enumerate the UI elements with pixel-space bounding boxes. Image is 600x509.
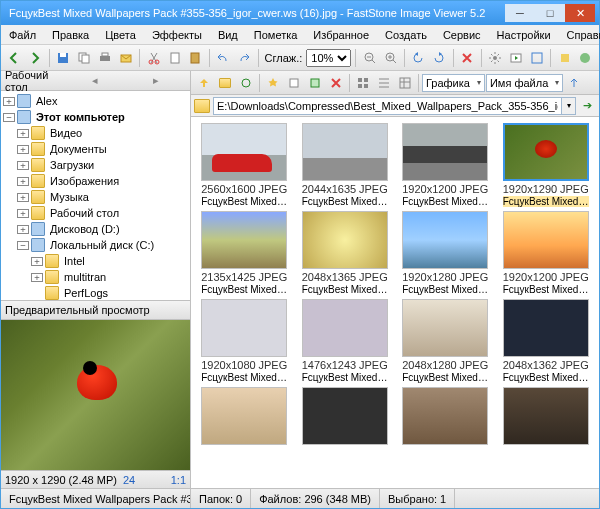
menu-effects[interactable]: Эффекты	[146, 27, 208, 43]
slideshow-icon[interactable]	[506, 48, 525, 68]
email-icon[interactable]	[116, 48, 135, 68]
undo-icon[interactable]	[214, 48, 233, 68]
save-icon[interactable]	[54, 48, 73, 68]
rotate-left-icon[interactable]	[409, 48, 428, 68]
view-thumbs-icon[interactable]	[353, 73, 373, 93]
menu-create[interactable]: Создать	[379, 27, 433, 43]
tree-video[interactable]: Видео	[48, 127, 84, 139]
menu-service[interactable]: Сервис	[437, 27, 487, 43]
tree-images[interactable]: Изображения	[48, 175, 121, 187]
folder-tree[interactable]: +Alex −Этот компьютер +Видео +Документы …	[1, 91, 190, 300]
settings-icon[interactable]	[555, 48, 574, 68]
thumb-item[interactable]: 2048x1365JPEGFcцукBest Mixed Wa...	[296, 211, 395, 295]
menu-favorites[interactable]: Избранное	[307, 27, 375, 43]
skin-icon[interactable]	[576, 48, 595, 68]
zoom-select[interactable]: 10%	[306, 49, 351, 67]
thumb-item[interactable]: 1920x1080JPEGFcцукBest Mixed Wa...	[195, 299, 294, 383]
fullscreen-icon[interactable]	[527, 48, 546, 68]
copy2-icon[interactable]	[284, 73, 304, 93]
svg-rect-5	[102, 53, 108, 56]
tree-dvd[interactable]: Дисковод (D:)	[48, 223, 122, 235]
thumb-item[interactable]: 2048x1362JPEGFcцукBest Mixed Wa...	[497, 299, 596, 383]
thumb-item[interactable]	[296, 387, 395, 445]
sort-type-select[interactable]: Графика	[422, 74, 485, 92]
delete-icon[interactable]	[458, 48, 477, 68]
tree-header[interactable]: Рабочий стол◂▸	[1, 71, 190, 91]
path-go-icon[interactable]: ➔	[578, 97, 596, 115]
thumb-item[interactable]: 2048x1280JPEGFcцукBest Mixed Wa...	[396, 299, 495, 383]
menu-colors[interactable]: Цвета	[99, 27, 142, 43]
svg-rect-20	[358, 78, 362, 82]
thumb-item[interactable]: 1920x1200JPEGFcцукBest Mixed Wa...	[396, 123, 495, 207]
thumb-item[interactable]	[396, 387, 495, 445]
tree-perflogs[interactable]: PerfLogs	[62, 287, 110, 299]
thumb-item[interactable]: 1920x1200JPEGFcцукBest Mixed Wa...	[497, 211, 596, 295]
tree-localc[interactable]: Локальный диск (C:)	[48, 239, 156, 251]
zoom-in-icon[interactable]	[381, 48, 400, 68]
cut-icon[interactable]	[144, 48, 163, 68]
paste-icon[interactable]	[186, 48, 205, 68]
thumb-item[interactable]	[195, 387, 294, 445]
svg-point-17	[580, 53, 590, 63]
thumb-item[interactable]: 2135x1425JPEGFcцукBest Mixed Wa...	[195, 211, 294, 295]
favorites-icon[interactable]	[263, 73, 283, 93]
browser-toolbar: Графика Имя файла	[191, 71, 599, 95]
path-dropdown[interactable]: ▾	[562, 97, 576, 115]
nav-back-icon[interactable]	[5, 48, 24, 68]
titlebar[interactable]: FcцукBest Mixed Wallpapers Pack #355-356…	[1, 1, 599, 25]
menu-view[interactable]: Вид	[212, 27, 244, 43]
folder-icon[interactable]	[215, 73, 235, 93]
preview-info: 1920 x 1290 (2.48 MP) 24 1:1	[1, 470, 190, 488]
tree-computer[interactable]: Этот компьютер	[34, 111, 127, 123]
status-selected: Выбрано: 1	[380, 489, 455, 508]
svg-rect-21	[364, 78, 368, 82]
menu-file[interactable]: Файл	[3, 27, 42, 43]
tree-alex[interactable]: Alex	[34, 95, 59, 107]
tree-music[interactable]: Музыка	[48, 191, 91, 203]
menu-help[interactable]: Справка	[561, 27, 600, 43]
maximize-button[interactable]: □	[535, 4, 565, 22]
tree-multitran[interactable]: multitran	[62, 271, 108, 283]
preview-depth: 24	[123, 474, 135, 486]
thumb-item[interactable]: 2044x1635JPEGFcцукBest Mixed Wa...	[296, 123, 395, 207]
thumb-item[interactable]: 2560x1600JPEGFcцукBest Mixed Wa...	[195, 123, 294, 207]
sort-asc-icon[interactable]	[564, 73, 584, 93]
preview-fit: 1:1	[171, 474, 186, 486]
menu-settings[interactable]: Настройки	[491, 27, 557, 43]
zoom-out-icon[interactable]	[360, 48, 379, 68]
path-input[interactable]	[213, 97, 562, 115]
print-icon[interactable]	[96, 48, 115, 68]
preview-pane[interactable]	[1, 320, 190, 470]
thumb-item[interactable]: 1476x1243JPEGFcцукBest Mixed Wa...	[296, 299, 395, 383]
up-folder-icon[interactable]	[194, 73, 214, 93]
thumb-item[interactable]	[497, 387, 596, 445]
sort-field-select[interactable]: Имя файла	[486, 74, 563, 92]
copy-icon[interactable]	[75, 48, 94, 68]
view-detail-icon[interactable]	[395, 73, 415, 93]
nav-fwd-icon[interactable]	[26, 48, 45, 68]
close-button[interactable]: ✕	[565, 4, 595, 22]
left-panel: Рабочий стол◂▸ +Alex −Этот компьютер +Ви…	[1, 71, 191, 488]
thumb-item[interactable]: 1920x1280JPEGFcцукBest Mixed Wa...	[396, 211, 495, 295]
clipboard-copy-icon[interactable]	[165, 48, 184, 68]
svg-rect-18	[290, 79, 298, 87]
svg-rect-19	[311, 79, 319, 87]
move-icon[interactable]	[305, 73, 325, 93]
gear-icon[interactable]	[485, 48, 504, 68]
refresh-icon[interactable]	[236, 73, 256, 93]
thumbnail-grid[interactable]: 2560x1600JPEGFcцукBest Mixed Wa... 2044x…	[191, 117, 599, 488]
svg-rect-22	[358, 84, 362, 88]
thumb-item[interactable]: 1920x1290JPEGFcцукBest Mixed Wa...	[497, 123, 596, 207]
tree-desktop[interactable]: Рабочий стол	[48, 207, 121, 219]
tree-documents[interactable]: Документы	[48, 143, 109, 155]
svg-rect-23	[364, 84, 368, 88]
menu-mark[interactable]: Пометка	[248, 27, 304, 43]
rotate-right-icon[interactable]	[430, 48, 449, 68]
menu-edit[interactable]: Правка	[46, 27, 95, 43]
tree-intel[interactable]: Intel	[62, 255, 87, 267]
redo-icon[interactable]	[235, 48, 254, 68]
view-list-icon[interactable]	[374, 73, 394, 93]
tree-downloads[interactable]: Загрузки	[48, 159, 96, 171]
minimize-button[interactable]: ─	[505, 4, 535, 22]
delete2-icon[interactable]	[326, 73, 346, 93]
